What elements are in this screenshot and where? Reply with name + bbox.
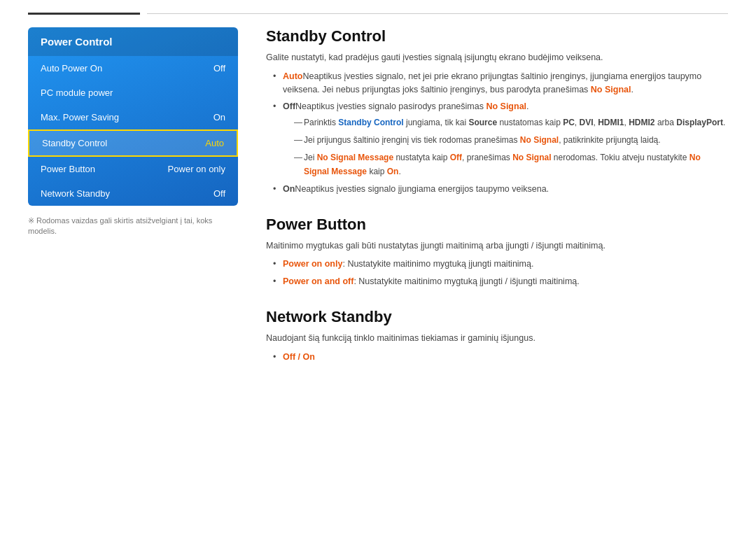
menu-item-value: Power on only xyxy=(168,164,225,174)
menu-item-label: PC module power xyxy=(41,87,113,98)
bullet-label: Off / On xyxy=(283,352,315,362)
section-power-button: Power ButtonMaitinimo mygtukas gali būti… xyxy=(266,216,728,288)
section-desc: Galite nustatyti, kad pradėjus gauti įve… xyxy=(266,51,728,64)
section-title: Standby Control xyxy=(266,27,728,45)
bullet-list: Power on only: Nustatykite maitinimo myg… xyxy=(266,258,728,288)
top-bar-divider xyxy=(147,13,728,14)
sub-bullet-item-0: Parinktis Standby Control jungiama, tik … xyxy=(294,116,728,129)
bullet-item-1: Power on and off: Nustatykite maitinimo … xyxy=(273,275,728,288)
menu-item-label: Power Button xyxy=(41,164,95,174)
menu-item-max.-power-saving[interactable]: Max. Power SavingOn xyxy=(28,105,238,129)
menu-item-label: Network Standby xyxy=(41,188,110,199)
power-control-title: Power Control xyxy=(28,27,238,56)
menu-item-auto-power-on[interactable]: Auto Power OnOff xyxy=(28,56,238,80)
menu-item-value: Auto xyxy=(205,138,224,148)
sub-bullet-item-1: Jei prijungus šaltinio įrenginį vis tiek… xyxy=(294,134,728,147)
menu-item-label: Auto Power On xyxy=(41,63,102,73)
sub-bullet-item-2: Jei No Signal Message nustatyta kaip Off… xyxy=(294,151,728,178)
bullet-item-0: Power on only: Nustatykite maitinimo myg… xyxy=(273,258,728,271)
bullet-label: Power on and off xyxy=(283,276,354,286)
menu-item-power-button[interactable]: Power ButtonPower on only xyxy=(28,157,238,181)
bullet-label: On xyxy=(283,184,295,194)
section-desc: Naudojant šią funkciją tinklo maitinimas… xyxy=(266,332,728,345)
section-standby-control: Standby ControlGalite nustatyti, kad pra… xyxy=(266,27,728,196)
menu-item-value: Off xyxy=(214,188,225,199)
menu-item-label: Max. Power Saving xyxy=(41,112,119,122)
bullet-item-0: AutoNeaptikus įvesties signalo, net jei … xyxy=(273,70,728,97)
power-control-box: Power Control Auto Power OnOffPC module … xyxy=(28,27,238,206)
sub-bullet-list: Parinktis Standby Control jungiama, tik … xyxy=(283,116,728,178)
menu-item-network-standby[interactable]: Network StandbyOff xyxy=(28,181,238,206)
menu-item-label: Standby Control xyxy=(42,138,107,148)
bullet-label: Off xyxy=(283,101,295,111)
bullet-item-2: OnNeaptikus įvesties signalo įjungiama e… xyxy=(273,183,728,196)
menu-item-value: Off xyxy=(214,63,225,73)
bullet-list: Off / On xyxy=(266,351,728,364)
section-title: Network Standby xyxy=(266,308,728,326)
menu-item-standby-control[interactable]: Standby ControlAuto xyxy=(28,129,238,157)
section-desc: Maitinimo mygtukas gali būti nustatytas … xyxy=(266,239,728,253)
top-bar-accent-line xyxy=(28,13,140,15)
section-title: Power Button xyxy=(266,216,728,234)
bullet-label: Auto xyxy=(283,71,302,81)
main-layout: Power Control Auto Power OnOffPC module … xyxy=(0,27,756,383)
bullet-item-0: Off / On xyxy=(273,351,728,364)
right-panel: Standby ControlGalite nustatyti, kad pra… xyxy=(266,27,728,383)
bullet-list: AutoNeaptikus įvesties signalo, net jei … xyxy=(266,70,728,196)
section-network-standby: Network StandbyNaudojant šią funkciją ti… xyxy=(266,308,728,364)
bullet-label: Power on only xyxy=(283,259,342,269)
menu-item-pc-module-power[interactable]: PC module power xyxy=(28,80,238,105)
panel-note: ※ Rodomas vaizdas gali skirtis atsižvelg… xyxy=(28,216,238,237)
top-bar xyxy=(0,0,756,15)
left-panel: Power Control Auto Power OnOffPC module … xyxy=(28,27,238,383)
menu-item-value: On xyxy=(214,112,225,122)
bullet-item-1: OffNeaptikus įvesties signalo pasirodys … xyxy=(273,100,728,178)
